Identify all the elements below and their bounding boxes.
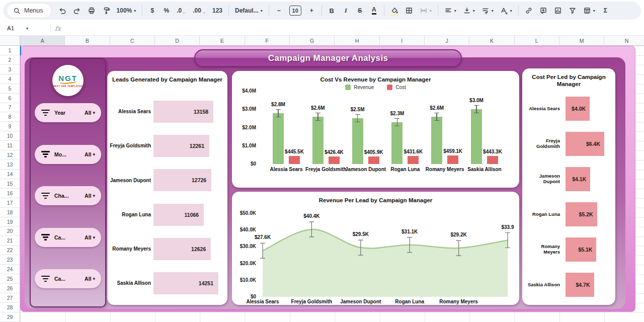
chevron-down-icon: ▾ [454,9,456,13]
value-label: $4.1K [572,176,590,182]
chart-title: Leads Generated by Campaign Manager [107,76,227,83]
text-color-button[interactable]: A [368,4,380,18]
insert-chart-button[interactable] [551,4,565,18]
row-header-16[interactable]: 16 [0,189,20,198]
row-header-17[interactable]: 17 [0,198,20,208]
insert-comment-button[interactable] [537,4,550,18]
create-filter-button[interactable] [566,4,579,18]
column-header-A[interactable]: A [20,36,65,45]
chevron-down-icon: ▾ [430,9,432,13]
print-button[interactable] [85,4,98,18]
text-rotation-button[interactable]: ▾ [498,4,515,18]
leads-row: Rogan Luna11066 [107,199,222,230]
borders-button[interactable] [403,4,416,18]
filter-slicer-5[interactable]: Ca...All▾ [35,269,101,288]
column-header-B[interactable]: B [65,36,110,45]
column-header-F[interactable]: F [245,36,290,45]
grid-corner[interactable] [0,36,20,46]
column-header-G[interactable]: G [290,36,335,45]
filter-icon [41,234,50,240]
row-header-2[interactable]: 2 [0,55,20,65]
row-header-13[interactable]: 13 [0,160,20,170]
row-header-10[interactable]: 10 [0,131,20,141]
row-header-11[interactable]: 11 [0,141,20,150]
font-family-button[interactable]: Defaul...▾ [232,4,265,18]
bold-button[interactable]: B [326,4,338,18]
column-header-N[interactable]: N [604,36,644,45]
row-header-26[interactable]: 26 [0,284,20,293]
column-header-M[interactable]: M [559,36,604,45]
row-header-18[interactable]: 18 [0,208,20,217]
bar: 14251 [153,272,218,294]
row-header-22[interactable]: 22 [0,246,20,255]
column-header-J[interactable]: J [425,36,469,45]
undo-button[interactable] [56,4,69,18]
increase-decimal-button[interactable]: .00→ [190,4,208,18]
revenue-bar [273,113,284,165]
table-views-button[interactable]: ▾ [581,4,598,18]
row-header-23[interactable]: 23 [0,255,20,265]
row-header-8[interactable]: 8 [0,112,20,122]
menus-button[interactable]: Menus [7,4,51,18]
zoom-button[interactable]: 100%▾ [114,4,139,18]
name-box[interactable]: A1 ▾ [0,21,46,35]
value-label: 12626 [191,246,211,252]
row-header-21[interactable]: 21 [0,236,20,246]
text-wrap-button[interactable]: ▾ [479,4,496,18]
row-header-29[interactable]: 29 [0,312,20,322]
row-header-28[interactable]: 28 [0,303,20,312]
row-header-3[interactable]: 3 [0,65,20,74]
row-header-14[interactable]: 14 [0,170,20,179]
format-currency-button[interactable]: $ [146,4,158,18]
decrease-decimal-button[interactable]: .0← [174,4,189,18]
filter-slicer-2[interactable]: Mo...All▾ [35,145,101,164]
row-header-7[interactable]: 7 [0,103,20,113]
row-header-27[interactable]: 27 [0,293,20,303]
y-axis-tick: $0 [233,161,256,167]
filter-slicer-3[interactable]: Cha...All▾ [35,186,101,205]
more-formats-button[interactable]: 123 [210,4,225,18]
column-header-D[interactable]: D [155,36,200,45]
filter-icon [41,193,50,199]
font-size-button[interactable]: 10 [287,4,304,18]
redo-button[interactable] [70,4,84,18]
column-header-H[interactable]: H [335,36,379,45]
row-header-25[interactable]: 25 [0,274,20,284]
row-header-6[interactable]: 6 [0,94,20,103]
row-header-12[interactable]: 12 [0,150,20,160]
column-header-L[interactable]: L [515,36,559,45]
search-icon [13,7,21,15]
decrease-font-size-button[interactable]: − [273,4,285,18]
row-header-1[interactable]: 1 [0,46,20,55]
vertical-align-button[interactable]: ▾ [460,4,477,18]
filter-sidebar: NGT NEXT GEN TEMPLATES YearAll▾Mo...All▾… [30,58,106,307]
cost-per-lead-card: Cost Per Led by Campaign Manager Alessia… [522,68,615,305]
filter-slicer-1[interactable]: YearAll▾ [35,103,101,122]
column-header-I[interactable]: I [380,36,425,45]
row-header-15[interactable]: 15 [0,179,20,189]
column-header-K[interactable]: K [469,36,514,45]
row-header-9[interactable]: 9 [0,122,20,131]
functions-button[interactable]: Σ [599,4,612,18]
horizontal-align-button[interactable]: ▾ [442,4,459,18]
insert-link-button[interactable] [522,4,535,18]
cells-area[interactable]: Campaign Manager Analysis NGT NEXT GEN T… [20,46,644,322]
filter-slicer-4[interactable]: Ca...All▾ [35,228,101,247]
row-header-5[interactable]: 5 [0,84,20,94]
fill-color-button[interactable] [388,4,401,18]
x-axis-label: Saskia Allison [460,167,509,172]
value-label: 13158 [194,109,213,115]
strikethrough-button[interactable]: S [354,4,366,18]
column-header-C[interactable]: C [110,36,155,45]
column-header-E[interactable]: E [200,36,245,45]
row-header-19[interactable]: 19 [0,217,20,227]
italic-button[interactable]: I [340,4,352,18]
format-percent-button[interactable]: % [160,4,173,18]
increase-font-size-button[interactable]: + [305,4,318,18]
cost-per-lead-row: Jameson Dupont$4.1K [524,167,611,191]
row-header-4[interactable]: 4 [0,74,20,84]
row-header-24[interactable]: 24 [0,265,20,274]
leads-row: Freyja Goldsmith12261 [107,130,222,162]
row-header-20[interactable]: 20 [0,227,20,236]
paint-format-button[interactable] [100,4,113,18]
